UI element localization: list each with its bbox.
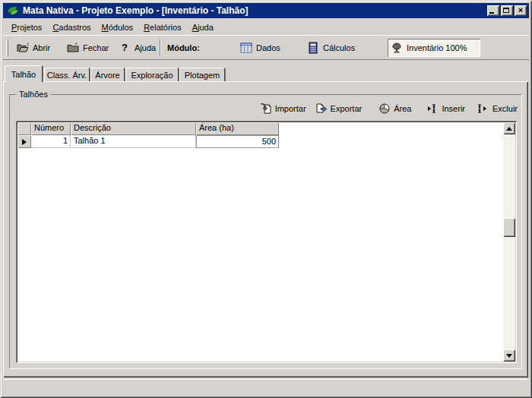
tab-arvore[interactable]: Árvore (90, 68, 125, 82)
grid-header-row: Número Descrição Área (ha) (17, 122, 515, 135)
minimize-icon (489, 12, 494, 14)
talhao-tab-page: Talhões Importar (3, 81, 528, 377)
scroll-down-icon (506, 354, 512, 358)
menu-bar: Projetos Cadastros Módulos Relatórios Aj… (3, 20, 529, 34)
grid-inner: Número Descrição Área (ha) 1 Talhão 1 50… (17, 122, 515, 362)
module-label: Módulo: (167, 39, 200, 57)
menu-ajuda[interactable]: Ajuda (187, 21, 219, 33)
app-logo-icon[interactable] (7, 5, 19, 17)
tab-exploracao-label: Exploração (131, 71, 173, 80)
help-button[interactable]: ? Ajuda (116, 39, 159, 57)
delete-icon (477, 103, 489, 115)
closed-folder-icon (67, 42, 79, 54)
row-selector-cell[interactable] (17, 135, 31, 148)
selector-header-cell (17, 122, 31, 135)
column-header-area[interactable]: Área (ha) (196, 122, 279, 135)
insert-icon (426, 103, 439, 115)
talhoes-groupbox: Talhões Importar (9, 94, 522, 369)
tree-icon (391, 42, 403, 54)
menu-modulos[interactable]: Módulos (97, 21, 139, 33)
close-icon: × (515, 5, 527, 16)
open-folder-icon (17, 42, 29, 54)
column-header-descricao[interactable]: Descrição (71, 122, 196, 135)
area-button[interactable]: Área (377, 102, 413, 115)
scroll-up-button[interactable] (503, 122, 515, 134)
calculos-module-button[interactable]: Cálculos (304, 39, 358, 57)
import-icon (260, 103, 272, 115)
import-button-label: Importar (275, 104, 306, 113)
close-project-button[interactable]: Fechar (64, 39, 112, 57)
export-icon (315, 103, 328, 115)
tab-exploracao[interactable]: Exploração (125, 68, 179, 82)
export-button[interactable]: Exportar (314, 102, 364, 115)
grid-actions: Importar Exportar (258, 102, 519, 115)
application-window: Mata Nativa - Projeto Exemplo - [Inventá… (0, 0, 532, 398)
table-icon (240, 42, 252, 54)
dados-module-button[interactable]: Dados (237, 39, 283, 57)
open-button[interactable]: Abrir (14, 39, 53, 57)
calculos-module-label: Cálculos (323, 43, 355, 52)
menu-projetos[interactable]: Projetos (6, 21, 47, 33)
talhoes-grid: Número Descrição Área (ha) 1 Talhão 1 50… (16, 121, 517, 363)
scroll-down-button[interactable] (503, 349, 515, 362)
tab-class-arv[interactable]: Class. Árv. (44, 68, 90, 82)
export-button-label: Exportar (331, 104, 363, 113)
groupbox-title: Talhões (16, 90, 51, 99)
area-button-label: Área (394, 104, 411, 113)
cell-descricao[interactable]: Talhão 1 (71, 135, 196, 148)
tab-class-arv-label: Class. Árv. (47, 71, 87, 80)
cell-numero[interactable]: 1 (31, 135, 71, 148)
maximize-button[interactable] (501, 5, 513, 16)
import-button[interactable]: Importar (258, 102, 308, 115)
grid-vertical-scrollbar[interactable] (503, 122, 515, 362)
tab-talhao[interactable]: Talhão (5, 65, 43, 82)
column-header-numero[interactable]: Número (31, 122, 71, 135)
cell-area[interactable]: 500 (196, 135, 279, 148)
calculator-icon (307, 42, 319, 54)
close-button[interactable]: × (515, 5, 527, 16)
scroll-up-icon (506, 127, 512, 131)
minimize-button[interactable] (487, 5, 499, 16)
insert-button[interactable]: Inserir (425, 102, 467, 115)
maximize-icon (503, 8, 509, 13)
window-title: Mata Nativa - Projeto Exemplo - [Inventá… (23, 5, 486, 16)
inventario-module-button[interactable]: Inventário 100% (388, 39, 480, 57)
tab-plotagem[interactable]: Plotagem (179, 68, 225, 82)
insert-button-label: Inserir (442, 104, 465, 113)
tab-talhao-label: Talhão (11, 70, 36, 79)
toolbar-separator (160, 39, 161, 56)
current-row-arrow-icon (22, 139, 27, 145)
tab-strip: Talhão Class. Árv. Árvore Exploração Plo… (5, 65, 226, 82)
close-project-button-label: Fechar (83, 43, 109, 52)
toolbar: Abrir Fechar ? Ajuda Módulo: (3, 35, 529, 60)
delete-button[interactable]: Excluir (476, 102, 519, 115)
tab-plotagem-label: Plotagem (185, 71, 220, 80)
tab-arvore-label: Árvore (95, 71, 119, 80)
title-bar[interactable]: Mata Nativa - Projeto Exemplo - [Inventá… (3, 3, 529, 18)
toolbar-grip[interactable] (6, 39, 8, 56)
sphere-icon (378, 103, 391, 115)
scrollbar-thumb[interactable] (503, 218, 515, 237)
inventario-module-label: Inventário 100% (407, 43, 467, 52)
status-strip (3, 379, 529, 395)
menu-relatorios[interactable]: Relatórios (138, 21, 187, 33)
delete-button-label: Excluir (492, 104, 518, 113)
menu-cadastros[interactable]: Cadastros (47, 21, 96, 33)
table-row: 1 Talhão 1 500 (17, 135, 515, 148)
dados-module-label: Dados (256, 43, 280, 52)
help-button-label: Ajuda (135, 43, 156, 52)
question-icon: ? (119, 42, 131, 54)
open-button-label: Abrir (33, 43, 50, 52)
